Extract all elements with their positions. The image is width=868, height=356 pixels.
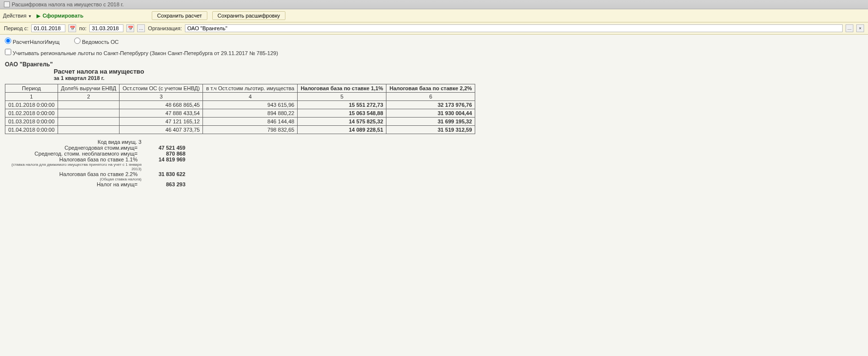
kod-label: Код вида имущ. 3 (98, 139, 863, 145)
form-button[interactable]: ▶Сформировать (37, 13, 83, 19)
calendar-to-icon[interactable]: 📅 (126, 24, 134, 32)
radio-calc[interactable]: РасчетНалогИмущ (5, 38, 60, 45)
table-row[interactable]: 01.04.2018 0:00:0046 407 373,75798 832,6… (5, 126, 475, 134)
period-from-label: Период с: (4, 25, 28, 31)
col-ost: Ост.стоим ОС (с учетом ЕНВД) (120, 84, 203, 93)
period-to-label: по: (79, 25, 86, 31)
org-clear-button[interactable]: × (856, 24, 864, 32)
window-titlebar: Расшифровка налога на имущество с 2018 г… (0, 0, 868, 9)
summary-row: Налог на имущ=863 293 (5, 181, 863, 187)
col-period: Период (5, 84, 58, 93)
regional-checkbox[interactable]: Учитывать региональные льготы по Санкт-П… (5, 49, 278, 56)
report-area: ОАО "Врангель" Расчет налога на имуществ… (0, 59, 868, 189)
period-row: Период с: 📅 по: 📅 … Организация: … × (0, 22, 868, 35)
summary-row: Налоговая база по ставке 2.2%31 830 622 (5, 171, 863, 177)
table-row[interactable]: 01.03.2018 0:00:0047 121 165,12846 144,4… (5, 118, 475, 126)
org-input[interactable] (185, 24, 843, 32)
report-type-radio-group: РасчетНалогИмущ Ведомость ОС (0, 35, 868, 48)
save-detail-button[interactable]: Сохранить расшифровку (212, 11, 285, 20)
report-subtitle: за 1 квартал 2018 г. (54, 75, 863, 81)
col-lgot: в т.ч Ост.стоим льготир. имущества (203, 84, 298, 93)
report-title: Расчет налога на имущество (54, 68, 863, 75)
period-picker-button[interactable]: … (137, 24, 145, 32)
org-label: Организация: (148, 25, 182, 31)
col-share: Доля% выручки ЕНВД (58, 84, 119, 93)
org-picker-button[interactable]: … (846, 24, 853, 32)
table-row[interactable]: 01.01.2018 0:00:0048 668 865,45943 615,9… (5, 101, 475, 109)
table-row[interactable]: 01.02.2018 0:00:0047 888 433,54894 880,2… (5, 109, 475, 118)
summary-row: Среднегод. стоим. необлагаемого имущ=870… (5, 151, 863, 157)
app-icon (4, 1, 10, 7)
date-to-input[interactable] (89, 24, 123, 32)
radio-vedom[interactable]: Ведомость ОС (74, 38, 119, 45)
main-toolbar: Действия ▼ ▶Сформировать Сохранить расче… (0, 9, 868, 22)
date-from-input[interactable] (31, 24, 65, 32)
regional-check-row: Учитывать региональные льготы по Санкт-П… (0, 48, 868, 59)
report-org: ОАО "Врангель" (5, 61, 863, 68)
calendar-from-icon[interactable]: 📅 (68, 24, 76, 32)
play-icon: ▶ (37, 13, 40, 19)
calc-table: Период Доля% выручки ЕНВД Ост.стоим ОС (… (5, 84, 475, 134)
col-base11: Налоговая база по ставке 1,1% (298, 84, 386, 93)
window-title: Расшифровка налога на имущество с 2018 г… (12, 1, 124, 7)
save-calc-button[interactable]: Сохранить расчет (152, 11, 207, 20)
summary-row: Среднегодовая стоим.имущ=47 521 459 (5, 145, 863, 151)
actions-menu[interactable]: Действия ▼ (3, 13, 32, 19)
col-base22: Налоговая база по ставке 2,2% (386, 84, 475, 93)
summary-block: Код вида имущ. 3 Среднегодовая стоим.иму… (5, 139, 863, 187)
summary-row: Налоговая база по ставке 1.1%14 819 969 (5, 157, 863, 162)
